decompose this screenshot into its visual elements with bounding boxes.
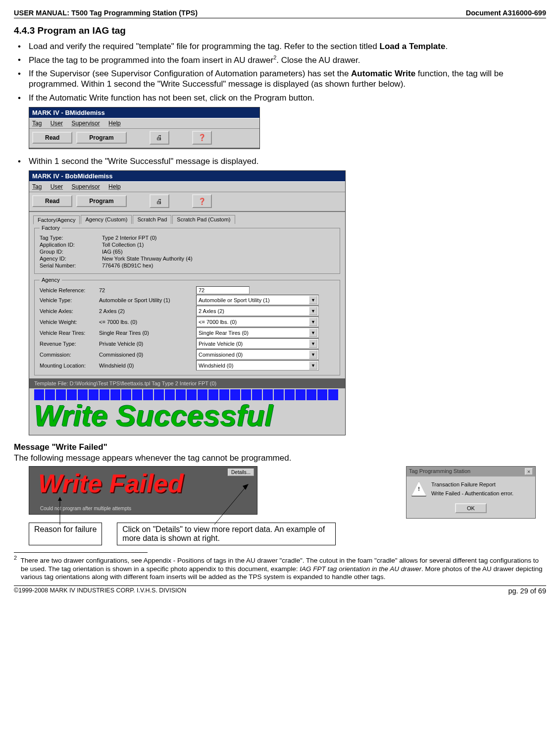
factory-row: Group ID:IAG (65) — [40, 249, 335, 255]
text: Within 1 second the "Write Successful" m… — [29, 157, 258, 166]
value: 72 — [99, 287, 193, 293]
factory-row: Tag Type:Type 2 Interior FPT (0) — [40, 235, 335, 241]
factory-row: Application ID:Toll Collection (1) — [40, 242, 335, 248]
footer-bar: ©1999-2008 MARK IV INDUSTRIES CORP. I.V.… — [14, 585, 546, 595]
menu-user[interactable]: User — [51, 120, 63, 127]
header-bar: USER MANUAL: T500 Tag Programming Statio… — [14, 9, 546, 18]
factory-row: Agency ID:New York State Thruway Authori… — [40, 256, 335, 262]
menu-supervisor[interactable]: Supervisor — [71, 120, 100, 127]
tab-strip: Factory/Agency Agency (Custom) Scratch P… — [29, 212, 345, 224]
warning-icon: ! — [411, 481, 426, 496]
combo-box[interactable]: Commissioned (0)▼ — [196, 349, 319, 360]
combo-box[interactable]: Automobile or Sport Utility (1)▼ — [196, 295, 319, 305]
write-failed-banner: Write Failed — [38, 469, 184, 498]
close-icon[interactable]: × — [525, 468, 533, 475]
failure-dialog: Tag Programming Station × ! Transaction … — [406, 466, 536, 519]
label: Serial Number: — [40, 263, 99, 268]
combo-box[interactable]: 2 Axles (2)▼ — [196, 306, 319, 316]
menu-help[interactable]: Help — [108, 120, 121, 127]
menu-supervisor[interactable]: Supervisor — [71, 183, 100, 190]
menu-tag[interactable]: Tag — [32, 183, 42, 190]
read-button[interactable]: Read — [32, 195, 72, 207]
chevron-down-icon[interactable]: ▼ — [309, 361, 317, 370]
label: Vehicle Rear Tires: — [40, 330, 99, 336]
chevron-down-icon[interactable]: ▼ — [309, 307, 317, 315]
value: New York State Thruway Authority (4) — [102, 256, 193, 262]
label: Tag Type: — [40, 235, 99, 241]
agency-legend: Agency — [40, 277, 62, 283]
menu-tag[interactable]: Tag — [32, 120, 42, 127]
tab-factory-agency[interactable]: Factory/Agency — [33, 215, 80, 224]
value: Toll Collection (1) — [102, 242, 144, 248]
chevron-down-icon[interactable]: ▼ — [309, 318, 317, 326]
bullet-list: Load and verify the required "template" … — [14, 41, 546, 103]
agency-row: Vehicle Axles:2 Axles (2)2 Axles (2)▼ — [40, 306, 335, 316]
value: Automobile or Sport Utility (1) — [99, 297, 193, 303]
menu-help[interactable]: Help — [108, 183, 121, 190]
toolbar-screenshot-small: MARK IV - BMiddlemiss Tag User Superviso… — [29, 107, 260, 149]
program-button[interactable]: Program — [76, 132, 126, 144]
print-icon[interactable]: 🖨 — [150, 194, 169, 208]
menubar: Tag User Supervisor Help — [29, 118, 259, 129]
help-icon[interactable]: ❓ — [192, 131, 212, 145]
text-italic: IAG FPT tag orientation in the AU drawer — [300, 565, 421, 573]
factory-legend: Factory — [40, 225, 62, 231]
bullet-item: Load and verify the required "template" … — [14, 41, 546, 52]
ok-button[interactable]: OK — [455, 503, 487, 513]
program-button[interactable]: Program — [76, 195, 126, 207]
label: Vehicle Weight: — [40, 319, 99, 325]
progress-bar — [34, 389, 340, 400]
value: Single Rear Tires (0) — [99, 330, 193, 336]
text: Write Failed - Authentication error. — [431, 490, 513, 496]
window-titlebar: MARK IV - BobMiddlemiss — [29, 171, 345, 181]
chevron-down-icon[interactable]: ▼ — [309, 350, 317, 359]
chevron-down-icon[interactable]: ▼ — [309, 339, 317, 348]
agency-row: Vehicle Weight:<= 7000 lbs. (0)<= 7000 l… — [40, 317, 335, 327]
text-bold: Automatic Write — [351, 69, 415, 78]
agency-row: Mounting Location:Windshield (0)Windshie… — [40, 360, 335, 370]
label: Commission: — [40, 352, 99, 358]
callout-row: Reason for failure Click on "Details" to… — [29, 523, 546, 545]
callout-reason: Reason for failure — [29, 523, 102, 545]
dialog-titlebar: Tag Programming Station × — [407, 467, 535, 476]
combo-box[interactable]: Windshield (0)▼ — [196, 360, 319, 370]
section-heading: 4.4.3 Program an IAG tag — [14, 25, 546, 36]
bullet-item: Place the tag to be programmed into the … — [14, 54, 546, 65]
agency-row: Revenue Type:Private Vehicle (0)Private … — [40, 338, 335, 349]
agency-group: Agency Vehicle Reference:7272Vehicle Typ… — [34, 277, 340, 375]
combo-box[interactable]: Private Vehicle (0)▼ — [196, 338, 319, 349]
help-icon[interactable]: ❓ — [192, 194, 212, 208]
chevron-down-icon[interactable]: ▼ — [309, 328, 317, 337]
label: Agency ID: — [40, 256, 99, 262]
combo-box[interactable]: <= 7000 lbs. (0)▼ — [196, 317, 319, 327]
label: Vehicle Type: — [40, 297, 99, 303]
factory-row: Serial Number:776476 (BD91C hex) — [40, 263, 335, 268]
value: Windshield (0) — [99, 363, 193, 369]
value: Commissioned (0) — [99, 352, 193, 358]
text: Place the tag to be programmed into the … — [29, 55, 273, 65]
write-failed-screenshot: Details... Write Failed Could not progra… — [29, 466, 257, 515]
text: Load and verify the required "template" … — [29, 42, 380, 51]
label: Vehicle Reference: — [40, 287, 99, 293]
value: Private Vehicle (0) — [99, 341, 193, 347]
toolbar: Read Program 🖨 ❓ — [29, 192, 345, 212]
read-button[interactable]: Read — [32, 132, 72, 144]
toolbar: Read Program 🖨 ❓ — [29, 129, 259, 149]
details-button[interactable]: Details... — [228, 469, 254, 476]
tab-scratch-pad[interactable]: Scratch Pad — [133, 215, 171, 224]
value: IAG (65) — [102, 249, 123, 255]
menu-user[interactable]: User — [51, 183, 63, 190]
label: Revenue Type: — [40, 341, 99, 347]
text-input[interactable]: 72 — [196, 286, 250, 294]
chevron-down-icon[interactable]: ▼ — [309, 296, 317, 304]
write-failed-row: Details... Write Failed Could not progra… — [29, 466, 546, 519]
tab-scratch-pad-custom[interactable]: Scratch Pad (Custom) — [172, 215, 235, 224]
value: <= 7000 lbs. (0) — [99, 319, 193, 325]
footer-right: pg. 29 of 69 — [508, 587, 546, 595]
dialog-title: Tag Programming Station — [409, 468, 470, 475]
tab-agency-custom[interactable]: Agency (Custom) — [81, 215, 132, 224]
label: Vehicle Axles: — [40, 308, 99, 314]
dialog-text: Transaction Failure Report Write Failed … — [431, 481, 513, 496]
combo-box[interactable]: Single Rear Tires (0)▼ — [196, 327, 319, 338]
print-icon[interactable]: 🖨 — [150, 131, 169, 145]
